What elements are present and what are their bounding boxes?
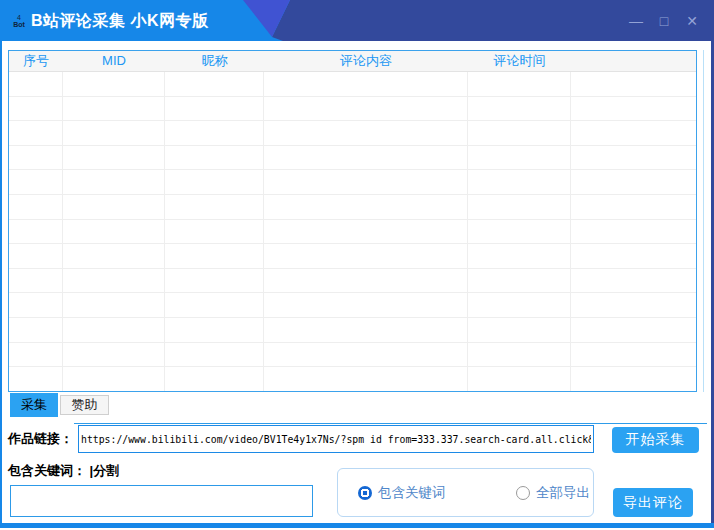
column-header: 序号 (9, 51, 63, 71)
column-header (571, 51, 696, 71)
radio-checked-icon (358, 486, 372, 500)
tab-collect[interactable]: 采集 (10, 393, 58, 417)
table-body[interactable] (9, 72, 696, 391)
comments-table: 序号MID昵称评论内容评论时间 (8, 50, 697, 392)
window-controls: — □ ✕ (622, 0, 706, 41)
export-options-group: 包含关键词 全部导出 (337, 468, 594, 517)
table-scrollbar-track (703, 50, 704, 392)
table-row (9, 121, 696, 146)
window-border-bottom (0, 523, 714, 528)
tab-pane-border (74, 423, 707, 424)
table-row (9, 318, 696, 343)
maximize-icon[interactable]: □ (650, 0, 678, 41)
window-title: B站评论采集 小K网专版 (31, 0, 209, 41)
keyword-input[interactable] (10, 485, 313, 517)
column-header: 评论时间 (468, 51, 571, 71)
table-row (9, 244, 696, 269)
table-header-row: 序号MID昵称评论内容评论时间 (9, 51, 696, 72)
radio-include-keywords[interactable]: 包含关键词 (358, 469, 446, 516)
app-window: 4 Bot B站评论采集 小K网专版 — □ ✕ 序号MID昵称评论内容评论时间… (0, 0, 714, 530)
table-row (9, 195, 696, 220)
table-row (9, 72, 696, 97)
radio-export-all[interactable]: 全部导出 (516, 469, 590, 516)
tab-sponsor[interactable]: 赞助 (60, 395, 109, 415)
titlebar[interactable]: 4 Bot B站评论采集 小K网专版 — □ ✕ (0, 0, 714, 41)
radio-export-all-label: 全部导出 (536, 484, 590, 502)
export-comments-button[interactable]: 导出评论 (613, 488, 693, 517)
column-header: MID (63, 51, 165, 71)
table-row (9, 170, 696, 195)
table-row (9, 269, 696, 294)
table-row (9, 367, 696, 391)
app-icon: 4 Bot (7, 9, 31, 33)
app-icon-bottom-text: Bot (13, 21, 25, 28)
close-icon[interactable]: ✕ (678, 0, 706, 41)
link-label: 作品链接： (8, 425, 73, 453)
keyword-label: 包含关键词： |分割 (8, 463, 119, 479)
table-row (9, 343, 696, 368)
app-icon-top-text: 4 (17, 14, 21, 21)
table-row (9, 220, 696, 245)
link-input[interactable] (78, 425, 594, 453)
column-header: 评论内容 (264, 51, 468, 71)
window-border-left (0, 41, 2, 523)
table-row (9, 146, 696, 171)
radio-include-keywords-label: 包含关键词 (378, 484, 446, 502)
column-header: 昵称 (165, 51, 264, 71)
radio-unchecked-icon (516, 486, 530, 500)
start-collect-button[interactable]: 开始采集 (612, 427, 699, 453)
table-row (9, 97, 696, 122)
table-row (9, 293, 696, 318)
minimize-icon[interactable]: — (622, 0, 650, 41)
